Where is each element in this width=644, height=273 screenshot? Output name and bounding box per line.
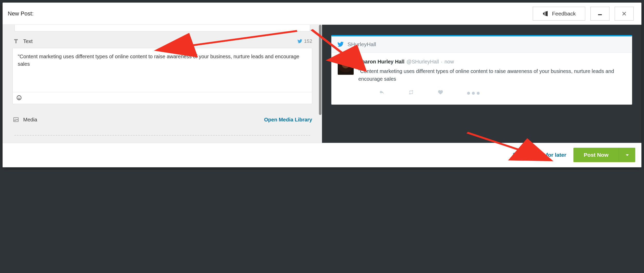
modal-body: Text 152 Media	[3, 25, 641, 143]
preview-account-handle: SHurleyHall	[348, 41, 376, 47]
modal-header: New Post: Feedback	[3, 3, 641, 25]
twitter-char-count: 152	[297, 38, 312, 44]
text-section-header: Text 152	[12, 31, 312, 48]
svg-point-3	[20, 97, 20, 97]
megaphone-icon	[542, 11, 548, 17]
modal-footer: Schedule for later Post Now	[3, 143, 641, 167]
chevron-down-icon	[625, 153, 630, 157]
tweet-preview-card: SHurleyHall Sharon Hurley Hall @SHurleyH…	[331, 35, 632, 105]
display-name: Sharon Hurley Hall	[358, 59, 404, 65]
avatar	[338, 59, 354, 75]
open-media-library-link[interactable]: Open Media Library	[264, 117, 312, 123]
media-section-label: Media	[23, 117, 37, 123]
svg-point-1	[17, 96, 21, 100]
text-box	[12, 48, 312, 104]
at-handle: @SHurleyHall	[406, 59, 439, 65]
separator-dot: ·	[441, 59, 443, 65]
tweet-preview-header: SHurleyHall	[332, 36, 632, 53]
smile-icon	[16, 95, 22, 101]
svg-point-5	[15, 119, 16, 120]
tweet-actions: ●●●	[358, 83, 626, 101]
minimize-button[interactable]	[590, 7, 609, 21]
post-text-input[interactable]	[13, 48, 312, 92]
schedule-later-label: Schedule for later	[521, 152, 566, 158]
preview-panel: SHurleyHall Sharon Hurley Hall @SHurleyH…	[322, 25, 641, 143]
close-button[interactable]	[615, 7, 634, 21]
text-toolbar	[13, 92, 312, 104]
twitter-icon	[337, 41, 344, 48]
scrollbar-thumb[interactable]	[319, 25, 321, 115]
svg-rect-0	[598, 14, 602, 15]
retweet-icon	[408, 89, 414, 95]
compose-panel: Text 152 Media	[3, 25, 322, 143]
media-section-header: Media Open Media Library	[12, 104, 312, 126]
modal-title: New Post:	[8, 10, 33, 17]
tweet-name-row: Sharon Hurley Hall @SHurleyHall · now	[358, 59, 626, 65]
text-icon	[12, 38, 20, 44]
text-section-label: Text	[23, 38, 33, 44]
schedule-later-link[interactable]: Schedule for later	[512, 152, 566, 158]
new-post-modal: New Post: Feedback Text 15	[3, 3, 641, 167]
more-icon: ●●●	[467, 89, 481, 96]
close-icon	[621, 11, 627, 16]
emoji-button[interactable]	[16, 95, 22, 101]
minimize-icon	[597, 11, 603, 16]
calendar-icon	[512, 152, 518, 158]
char-count-value: 152	[304, 38, 312, 44]
tweet-time: now	[444, 59, 454, 65]
media-dropzone-stub[interactable]	[14, 135, 310, 138]
feedback-label: Feedback	[552, 11, 576, 17]
tweet-text: "Content marketing uses different types …	[358, 67, 626, 83]
like-icon	[438, 89, 443, 95]
tweet-body: Sharon Hurley Hall @SHurleyHall · now "C…	[332, 53, 632, 104]
image-icon	[12, 117, 20, 123]
post-button-group: Post Now	[573, 148, 635, 162]
svg-point-2	[18, 97, 19, 97]
post-options-caret[interactable]	[619, 148, 635, 162]
reply-icon	[379, 89, 385, 95]
feedback-button[interactable]: Feedback	[533, 7, 585, 21]
post-now-button[interactable]: Post Now	[573, 148, 619, 162]
previous-section-stub	[14, 25, 310, 31]
twitter-icon	[297, 39, 302, 44]
